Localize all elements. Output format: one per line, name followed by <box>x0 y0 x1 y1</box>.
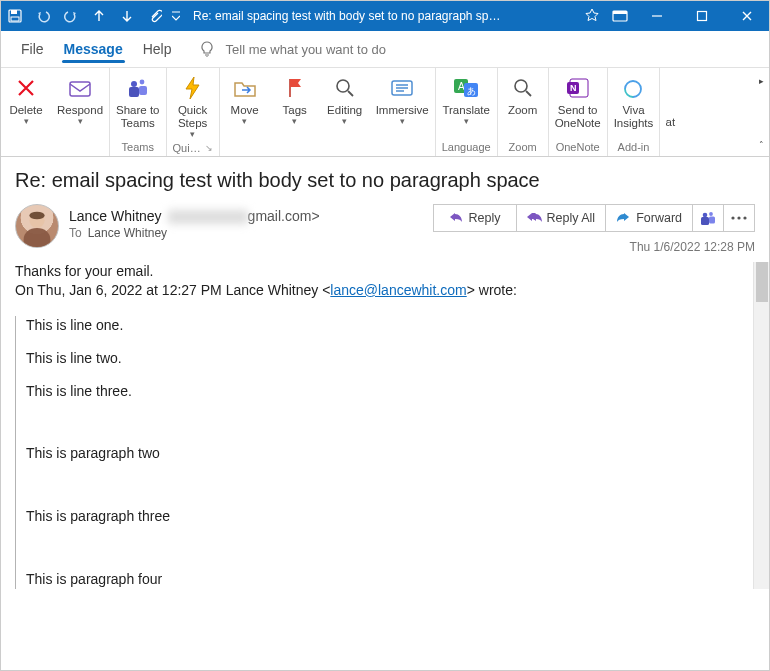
redacted <box>168 210 248 224</box>
send-to-onenote-button[interactable]: N Send to OneNote <box>549 72 607 138</box>
save-icon[interactable] <box>1 1 29 31</box>
teams-icon <box>124 74 152 102</box>
viva-insights-button[interactable]: Viva Insights <box>608 72 660 138</box>
prev-item-icon[interactable] <box>85 1 113 31</box>
reply-label: Reply <box>469 211 501 225</box>
tab-message[interactable]: Message <box>54 31 133 67</box>
chevron-down-icon: ▾ <box>342 117 347 126</box>
teams-chat-button[interactable] <box>692 204 724 232</box>
chevron-down-icon: ▾ <box>292 117 297 126</box>
titlebar: Re: email spacing test with body set to … <box>1 1 769 31</box>
forward-icon <box>616 211 630 225</box>
quick-steps-button[interactable]: Quick Steps ▾ <box>168 72 218 139</box>
ribbon-scroll-right[interactable]: ▸ <box>754 74 768 88</box>
editing-button[interactable]: Editing ▾ <box>320 72 370 138</box>
folder-move-icon <box>231 74 259 102</box>
from-email: gmail.com> <box>168 208 320 224</box>
quote-line: This is line two. <box>26 349 751 368</box>
reply-all-icon <box>527 211 541 225</box>
group-zoom: Zoom <box>498 138 548 156</box>
quick-steps-label: Quick Steps <box>178 104 207 130</box>
zoom-icon <box>509 74 537 102</box>
svg-point-23 <box>703 213 708 218</box>
scrollbar[interactable] <box>753 262 769 589</box>
delete-button[interactable]: Delete ▾ <box>1 72 51 138</box>
ribbon-collapse[interactable]: ˄ <box>754 138 768 152</box>
forward-label: Forward <box>636 211 682 225</box>
undo-icon[interactable] <box>29 1 57 31</box>
more-actions-button[interactable] <box>723 204 755 232</box>
svg-rect-5 <box>697 12 706 21</box>
zoom-button[interactable]: Zoom <box>498 72 548 138</box>
svg-rect-26 <box>709 217 715 224</box>
chevron-down-icon: ▾ <box>464 117 469 126</box>
zoom-label: Zoom <box>508 104 537 117</box>
chevron-down-icon: ▾ <box>78 117 83 126</box>
svg-rect-10 <box>139 86 147 95</box>
svg-text:N: N <box>570 83 577 93</box>
ribbon-display-icon[interactable] <box>606 1 634 31</box>
search-icon <box>331 74 359 102</box>
quote-line: This is paragraph four <box>26 570 751 589</box>
move-button[interactable]: Move ▾ <box>220 72 270 138</box>
svg-point-7 <box>131 81 137 87</box>
svg-rect-6 <box>70 82 90 96</box>
group-label-blank <box>1 138 109 156</box>
onenote-icon: N <box>564 74 592 102</box>
svg-point-29 <box>743 216 746 219</box>
tab-help[interactable]: Help <box>133 31 182 67</box>
share-to-teams-button[interactable]: Share to Teams <box>110 72 165 138</box>
lightbulb-icon <box>198 40 216 58</box>
svg-text:あ: あ <box>467 86 476 96</box>
quote-line: This is paragraph two <box>26 444 751 463</box>
close-button[interactable] <box>724 1 769 31</box>
group-label-blank2 <box>220 138 435 156</box>
translate-button[interactable]: Aあ Translate ▾ <box>436 72 496 138</box>
coming-soon-icon[interactable] <box>578 1 606 31</box>
maximize-button[interactable] <box>679 1 724 31</box>
ribbon: Delete ▾ Respond ▾ Share to Teams Teams <box>1 67 769 157</box>
svg-point-8 <box>139 80 144 85</box>
reply-icon <box>449 211 463 225</box>
respond-icon <box>66 74 94 102</box>
svg-rect-1 <box>11 10 17 14</box>
tellme-input[interactable]: Tell me what you want to do <box>226 42 386 57</box>
reply-all-label: Reply All <box>547 211 596 225</box>
quoted-email-link[interactable]: lance@lancewhit.com <box>330 282 466 298</box>
chevron-down-icon: ▾ <box>242 117 247 126</box>
svg-rect-2 <box>11 17 19 21</box>
onenote-label: Send to OneNote <box>555 104 601 130</box>
chevron-down-icon: ▾ <box>24 117 29 126</box>
svg-point-28 <box>737 216 740 219</box>
to-recipient[interactable]: Lance Whitney <box>88 226 167 240</box>
overflow-cut[interactable]: at <box>661 72 679 138</box>
body-line: Thanks for your email. <box>15 262 751 281</box>
svg-text:A: A <box>458 81 465 92</box>
from-name[interactable]: Lance Whitney <box>69 208 162 224</box>
window-title: Re: email spacing test with body set to … <box>183 9 578 23</box>
quote-line: This is line one. <box>26 316 751 335</box>
immersive-button[interactable]: Immersive ▾ <box>370 72 435 138</box>
reply-all-button[interactable]: Reply All <box>516 204 607 232</box>
subject: Re: email spacing test with body set to … <box>15 169 755 192</box>
svg-rect-4 <box>613 11 627 14</box>
group-language: Language <box>436 138 497 156</box>
next-item-icon[interactable] <box>113 1 141 31</box>
forward-button[interactable]: Forward <box>605 204 693 232</box>
minimize-button[interactable] <box>634 1 679 31</box>
scrollbar-thumb[interactable] <box>756 262 768 302</box>
tags-button[interactable]: Tags ▾ <box>270 72 320 138</box>
respond-button[interactable]: Respond ▾ <box>51 72 109 138</box>
translate-icon: Aあ <box>452 74 480 102</box>
svg-rect-9 <box>129 87 139 97</box>
reply-button[interactable]: Reply <box>433 204 517 232</box>
attach-icon[interactable] <box>141 1 169 31</box>
email-body: Thanks for your email. On Thu, Jan 6, 20… <box>15 262 755 589</box>
redo-icon[interactable] <box>57 1 85 31</box>
svg-point-17 <box>515 80 527 92</box>
tab-file[interactable]: File <box>11 31 54 67</box>
avatar[interactable] <box>15 204 59 248</box>
share-teams-label: Share to Teams <box>116 104 159 130</box>
qat-dropdown-icon[interactable] <box>169 1 183 31</box>
group-quick[interactable]: Qui… <box>167 139 219 156</box>
